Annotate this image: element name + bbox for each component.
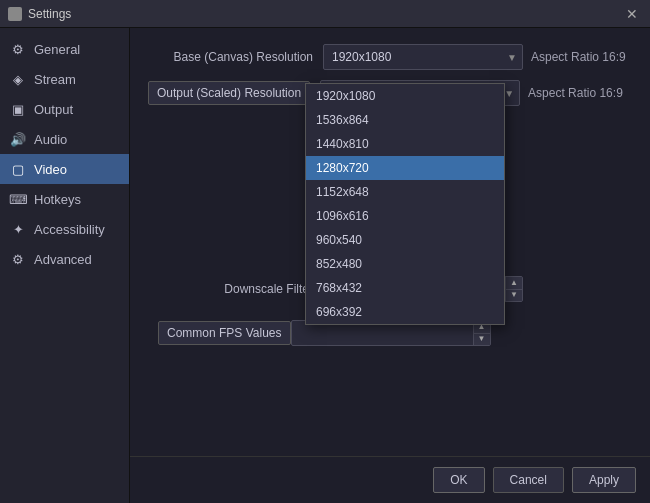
sidebar: ⚙ General ◈ Stream ▣ Output 🔊 Audio ▢ Vi…: [0, 28, 130, 503]
title-bar: Settings ✕: [0, 0, 650, 28]
downscale-spinner-down[interactable]: ▼: [506, 289, 522, 302]
sidebar-item-accessibility[interactable]: ✦ Accessibility: [0, 214, 129, 244]
dropdown-item-9[interactable]: 696x392: [306, 300, 504, 324]
sidebar-item-output[interactable]: ▣ Output: [0, 94, 129, 124]
sidebar-label-hotkeys: Hotkeys: [34, 192, 81, 207]
dropdown-item-5[interactable]: 1096x616: [306, 204, 504, 228]
title-bar-title: Settings: [28, 7, 71, 21]
content-area: Base (Canvas) Resolution 1920x1080 ▼ Asp…: [130, 28, 650, 503]
base-resolution-row: Base (Canvas) Resolution 1920x1080 ▼ Asp…: [148, 44, 632, 70]
sidebar-label-output: Output: [34, 102, 73, 117]
downscale-spinner-up[interactable]: ▲: [506, 277, 522, 289]
fps-button[interactable]: Common FPS Values: [158, 321, 291, 345]
advanced-icon: ⚙: [10, 251, 26, 267]
close-button[interactable]: ✕: [622, 7, 642, 21]
gear-icon: ⚙: [10, 41, 26, 57]
fps-spinner-down[interactable]: ▼: [474, 333, 490, 346]
base-resolution-wrapper: 1920x1080 ▼ Aspect Ratio 16:9: [323, 44, 632, 70]
downscale-label: Downscale Filter: [148, 282, 323, 296]
base-resolution-select-container: 1920x1080 ▼: [323, 44, 523, 70]
cancel-button[interactable]: Cancel: [493, 467, 564, 493]
output-icon: ▣: [10, 101, 26, 117]
dropdown-item-7[interactable]: 852x480: [306, 252, 504, 276]
sidebar-label-audio: Audio: [34, 132, 67, 147]
sidebar-item-stream[interactable]: ◈ Stream: [0, 64, 129, 94]
dropdown-item-1[interactable]: 1536x864: [306, 108, 504, 132]
sidebar-item-audio[interactable]: 🔊 Audio: [0, 124, 129, 154]
sidebar-label-video: Video: [34, 162, 67, 177]
stream-icon: ◈: [10, 71, 26, 87]
video-icon: ▢: [10, 161, 26, 177]
audio-icon: 🔊: [10, 131, 26, 147]
apply-button[interactable]: Apply: [572, 467, 636, 493]
dropdown-item-4[interactable]: 1152x648: [306, 180, 504, 204]
dropdown-item-6[interactable]: 960x540: [306, 228, 504, 252]
output-label-wrapper: Output (Scaled) Resolution: [148, 81, 310, 105]
downscale-spinner-buttons: ▲ ▼: [505, 277, 522, 301]
hotkeys-icon: ⌨: [10, 191, 26, 207]
accessibility-icon: ✦: [10, 221, 26, 237]
sidebar-label-accessibility: Accessibility: [34, 222, 105, 237]
sidebar-item-general[interactable]: ⚙ General: [0, 34, 129, 64]
base-resolution-select[interactable]: 1920x1080: [323, 44, 523, 70]
bottom-bar: OK Cancel Apply: [130, 456, 650, 503]
ok-button[interactable]: OK: [433, 467, 484, 493]
base-aspect-ratio-label: Aspect Ratio 16:9: [531, 50, 626, 64]
resolution-dropdown: 1920x1080 1536x864 1440x810 1280x720 115…: [305, 83, 505, 325]
dropdown-item-8[interactable]: 768x432: [306, 276, 504, 300]
sidebar-label-general: General: [34, 42, 80, 57]
sidebar-label-advanced: Advanced: [34, 252, 92, 267]
output-resolution-button[interactable]: Output (Scaled) Resolution: [148, 81, 310, 105]
sidebar-item-hotkeys[interactable]: ⌨ Hotkeys: [0, 184, 129, 214]
sidebar-label-stream: Stream: [34, 72, 76, 87]
sidebar-item-video[interactable]: ▢ Video: [0, 154, 129, 184]
main-layout: ⚙ General ◈ Stream ▣ Output 🔊 Audio ▢ Vi…: [0, 28, 650, 503]
output-aspect-ratio-label: Aspect Ratio 16:9: [528, 86, 623, 100]
dropdown-item-3[interactable]: 1280x720: [306, 156, 504, 180]
dropdown-item-0[interactable]: 1920x1080: [306, 84, 504, 108]
dropdown-item-2[interactable]: 1440x810: [306, 132, 504, 156]
sidebar-item-advanced[interactable]: ⚙ Advanced: [0, 244, 129, 274]
base-resolution-label: Base (Canvas) Resolution: [148, 50, 323, 64]
settings-icon: [8, 7, 22, 21]
